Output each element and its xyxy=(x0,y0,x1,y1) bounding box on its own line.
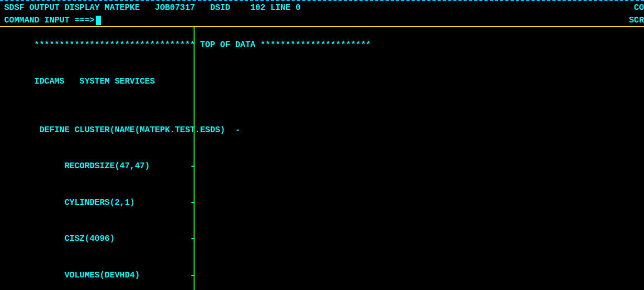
header-row: SDSF OUTPUT DISPLAY MATEPKE JOB07317 DSI… xyxy=(0,1,644,15)
cylinders-line: CYLINDERS(2,1) - xyxy=(4,184,640,221)
header-text: SDSF OUTPUT DISPLAY MATEPKE JOB07317 DSI… xyxy=(4,3,301,13)
terminal-window: SDSF OUTPUT DISPLAY MATEPKE JOB07317 DSI… xyxy=(0,0,644,290)
command-input-row[interactable]: COMMAND INPUT ===> xyxy=(0,15,644,27)
cursor xyxy=(96,16,101,25)
right-co-label: CO xyxy=(634,3,644,13)
green-divider xyxy=(194,27,195,290)
top-of-data-line: ******************************** TOP OF … xyxy=(4,27,640,64)
recordsize-line: RECORDSIZE(47,47) - xyxy=(4,148,640,185)
header-wrapper: SDSF OUTPUT DISPLAY MATEPKE JOB07317 DSI… xyxy=(0,1,644,27)
idcams-header-line: IDCAMS SYSTEM SERVICES xyxy=(4,64,640,100)
cisz-line: CISZ(4096) - xyxy=(4,221,640,258)
volumes-line: VOLUMES(DEVHD4) - xyxy=(4,258,640,290)
blank-line-1 xyxy=(4,100,640,112)
command-label: COMMAND INPUT ===> xyxy=(4,16,95,25)
content-area: ******************************** TOP OF … xyxy=(0,27,644,290)
define-cluster-line: DEFINE CLUSTER(NAME(MATEPK.TEST.ESDS) - xyxy=(4,112,640,148)
scr-label: SCR xyxy=(629,16,644,25)
